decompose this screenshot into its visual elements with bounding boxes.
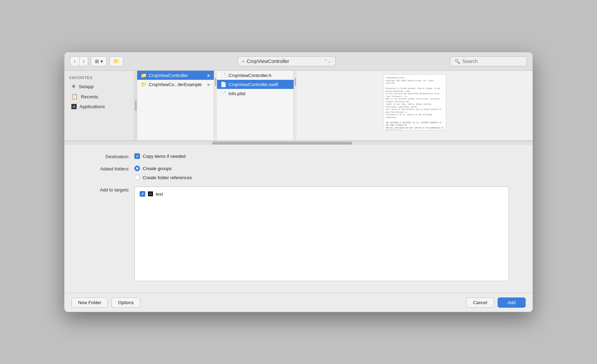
added-folders-row: Added folders: Create groups Create fold… xyxy=(78,166,519,180)
view-toggle-button[interactable]: ⊞ ▾ xyxy=(91,56,107,66)
browser-area: Favorites ✳ Setapp 📋 Recents 🅰 Applicati… xyxy=(64,71,533,141)
column-item-crop-example[interactable]: 📁 CropViewCo...llerExample ▶ xyxy=(137,80,214,89)
target-item-test[interactable]: ✓ 🅰 test xyxy=(138,190,505,197)
file-icon-crop-h: 📄 xyxy=(220,72,226,78)
column-2: 📄 CropViewController.h 📄 CropViewControl… xyxy=(217,71,294,140)
sidebar-resize-handle[interactable] xyxy=(134,71,137,140)
added-folders-label: Added folders: xyxy=(78,166,134,172)
column-item-left: 📁 CropViewController xyxy=(141,72,188,78)
target-check-mark-icon: ✓ xyxy=(141,192,144,196)
location-chevrons-icon: ⌃⌄ xyxy=(324,59,331,64)
chevron-right-icon2: ▶ xyxy=(208,82,210,87)
search-input[interactable] xyxy=(462,58,518,64)
sidebar-item-recents[interactable]: 📋 Recents xyxy=(66,92,132,102)
location-bar-inner: ▪ CropViewController xyxy=(242,58,289,64)
file-icon-crop-swift: 📄 xyxy=(220,82,226,87)
bottom-left-buttons: New Folder Options xyxy=(71,298,140,308)
cancel-button[interactable]: Cancel xyxy=(466,298,494,308)
preview-image: CropViewController Copyright 2017-2020 T… xyxy=(383,74,446,130)
options-button[interactable]: Options xyxy=(111,298,140,308)
radio-create-refs-row: Create folder references xyxy=(134,175,192,180)
column-item-label-crop-vc: CropViewController xyxy=(149,73,188,78)
destination-checkbox-label: Copy items if needed xyxy=(143,154,185,159)
sidebar-resize-handle-grip xyxy=(135,100,136,111)
target-app-icon: 🅰 xyxy=(148,191,153,197)
destination-label: Destination: xyxy=(78,153,134,159)
main-window: ‹ › ⊞ ▾ 📁 ▪ CropViewController ⌃⌄ 🔍 Favo… xyxy=(64,52,533,312)
radio-create-groups-label: Create groups xyxy=(143,166,171,171)
destination-checkbox[interactable]: ✓ xyxy=(134,153,140,159)
radio-create-groups[interactable] xyxy=(134,166,140,171)
location-text: CropViewController xyxy=(247,58,289,64)
file-icon-info-plist: 📄 xyxy=(220,91,226,96)
sidebar-item-label-setapp: Setapp xyxy=(79,84,94,89)
location-bar[interactable]: ▪ CropViewController ⌃⌄ xyxy=(238,56,336,66)
sidebar-item-label-applications: Applications xyxy=(79,104,105,109)
column-item-crop-h[interactable]: 📄 CropViewController.h xyxy=(217,71,294,80)
setapp-icon: ✳ xyxy=(71,83,76,90)
scroll-thumb[interactable] xyxy=(212,142,352,145)
column-item-label-crop-example: CropViewCo...llerExample xyxy=(149,82,202,87)
column-item-crop-swift[interactable]: 📄 CropViewController.swift xyxy=(217,80,294,89)
radio-create-refs[interactable] xyxy=(134,175,140,180)
columns-area: 📁 CropViewController ▶ 📁 CropViewCo...ll… xyxy=(137,71,533,140)
bottom-toolbar: New Folder Options Cancel Add xyxy=(64,293,533,312)
destination-row: Destination: ✓ Copy items if needed xyxy=(78,153,519,159)
column-item-crop-vc[interactable]: 📁 CropViewController ▶ xyxy=(137,71,214,80)
forward-button[interactable]: › xyxy=(79,56,89,66)
target-checkbox[interactable]: ✓ xyxy=(140,191,145,197)
sidebar-item-label-recents: Recents xyxy=(81,94,98,99)
column-item-info-plist[interactable]: 📄 Info.plist xyxy=(217,89,294,98)
folder-icon-crop-vc: 📁 xyxy=(141,72,147,78)
toolbar: ‹ › ⊞ ▾ 📁 ▪ CropViewController ⌃⌄ 🔍 xyxy=(64,52,533,71)
preview-text: CropViewController Copyright 2017-2020 T… xyxy=(384,75,446,130)
add-to-targets-row: Add to targets: ✓ 🅰 test xyxy=(78,187,519,281)
destination-checkbox-row: ✓ Copy items if needed xyxy=(134,153,185,159)
horizontal-scrollbar[interactable] xyxy=(64,141,533,145)
applications-icon: 🅰 xyxy=(71,104,77,110)
radio-create-groups-row: Create groups xyxy=(134,166,192,171)
sidebar-section-favorites: Favorites xyxy=(64,74,134,81)
add-button[interactable]: Add xyxy=(498,298,526,308)
radio-create-refs-label: Create folder references xyxy=(143,175,192,180)
nav-buttons: ‹ › xyxy=(70,56,88,66)
column-1: 📁 CropViewController ▶ 📁 CropViewCo...ll… xyxy=(137,71,214,140)
column-item-left2: 📁 CropViewCo...llerExample xyxy=(141,82,202,87)
folder-plus-icon: 📁 xyxy=(113,58,119,64)
sidebar: Favorites ✳ Setapp 📋 Recents 🅰 Applicati… xyxy=(64,71,134,140)
sidebar-item-setapp[interactable]: ✳ Setapp xyxy=(66,82,132,91)
target-name-label: test xyxy=(156,191,163,197)
targets-box: ✓ 🅰 test xyxy=(134,187,509,281)
check-mark-icon: ✓ xyxy=(136,154,139,158)
new-folder-toolbar-button[interactable]: 📁 xyxy=(110,56,123,66)
folder-icon-crop-example: 📁 xyxy=(141,82,147,87)
added-folders-controls: Create groups Create folder references xyxy=(134,166,192,180)
location-folder-icon: ▪ xyxy=(242,58,244,64)
search-icon: 🔍 xyxy=(455,59,460,64)
column-item-label-crop-h: CropViewController.h xyxy=(229,73,272,78)
chevron-right-icon: ▶ xyxy=(208,73,210,78)
column-item-left3: 📄 CropViewController.h xyxy=(220,72,272,78)
column-item-label-info-plist: Info.plist xyxy=(229,91,245,96)
column-item-left5: 📄 Info.plist xyxy=(220,91,245,96)
col-divider-handle-1 xyxy=(215,78,216,86)
col-divider-2[interactable] xyxy=(294,71,297,140)
back-button[interactable]: ‹ xyxy=(70,56,79,66)
sidebar-item-applications[interactable]: 🅰 Applications xyxy=(66,102,132,111)
options-area: Destination: ✓ Copy items if needed Adde… xyxy=(64,145,533,293)
add-to-targets-label: Add to targets: xyxy=(78,187,134,192)
search-bar[interactable]: 🔍 xyxy=(450,56,527,66)
col-divider-handle-2 xyxy=(295,78,296,86)
col-divider-1[interactable] xyxy=(214,71,217,140)
preview-column: CropViewController Copyright 2017-2020 T… xyxy=(297,71,533,140)
column-item-left4: 📄 CropViewController.swift xyxy=(220,82,278,87)
recents-icon: 📋 xyxy=(71,93,78,100)
bottom-right-buttons: Cancel Add xyxy=(466,298,526,308)
column-item-label-crop-swift: CropViewController.swift xyxy=(229,82,278,87)
new-folder-button[interactable]: New Folder xyxy=(71,298,108,308)
destination-controls: ✓ Copy items if needed xyxy=(134,153,185,159)
